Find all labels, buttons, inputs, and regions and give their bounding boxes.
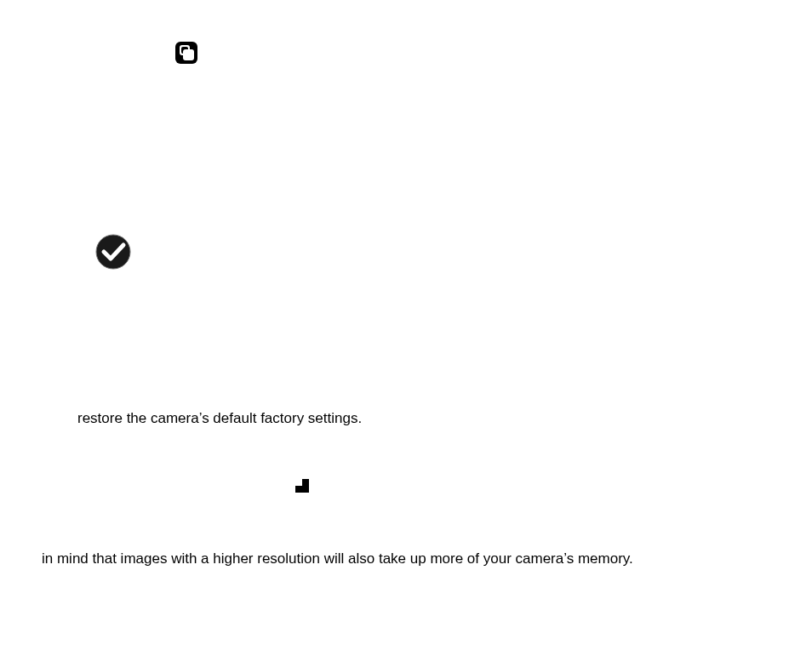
restore-settings-text: restore the camera’s default factory set…	[77, 410, 362, 427]
svg-point-4	[96, 235, 130, 269]
memory-note-text: in mind that images with a higher resolu…	[42, 550, 633, 567]
copy-icon	[175, 42, 197, 64]
stairs-icon	[289, 472, 309, 493]
checkmark-circle-icon	[95, 234, 131, 270]
svg-rect-3	[183, 49, 194, 60]
